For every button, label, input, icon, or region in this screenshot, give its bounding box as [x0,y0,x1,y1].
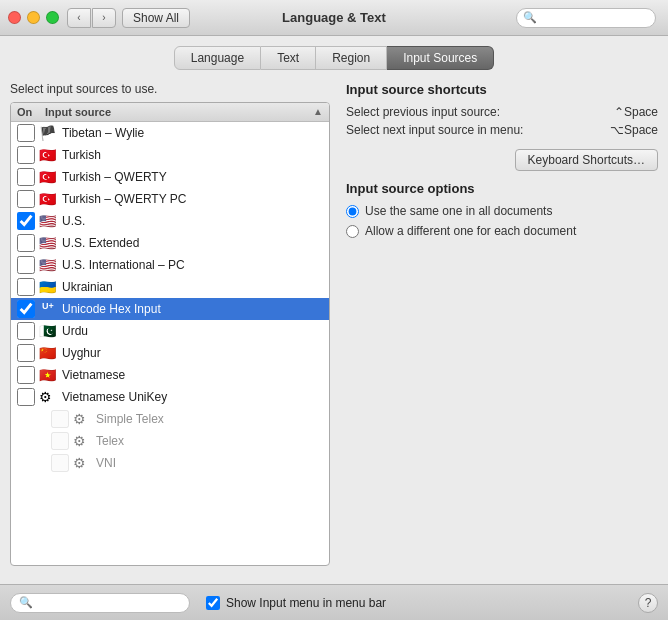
tab-text[interactable]: Text [261,46,316,70]
shortcut-row-prev: Select previous input source: ⌃Space [346,105,658,119]
list-item[interactable]: Turkish [11,144,329,166]
list-items: Tibetan – Wylie Turkish Turkish – [11,122,329,565]
item-checkbox-turkish-qwerty[interactable] [17,168,35,186]
item-label-uyghur: Uyghur [62,346,101,360]
item-label-viet-unikey: Vietnamese UniKey [62,390,167,404]
item-checkbox-us[interactable] [17,212,35,230]
header-source: Input source [45,106,313,118]
flag-ukrainian [39,280,57,294]
list-item[interactable]: U.S. International – PC [11,254,329,276]
item-label-vni: VNI [96,456,116,470]
list-item[interactable]: Telex [11,430,329,452]
right-panel: Input source shortcuts Select previous i… [346,82,658,566]
item-checkbox-ukrainian[interactable] [17,278,35,296]
search-bottom-icon: 🔍 [19,596,33,609]
show-all-button[interactable]: Show All [122,8,190,28]
shortcut-next-key: ⌥Space [610,123,658,137]
item-label-turkish-qwerty: Turkish – QWERTY [62,170,167,184]
radio-option-different[interactable]: Allow a different one for each document [346,224,658,238]
select-label: Select input sources to use. [10,82,330,96]
show-menu-checkbox[interactable] [206,596,220,610]
tab-input-sources[interactable]: Input Sources [387,46,494,70]
flag-turkish-qwerty [39,170,57,184]
item-checkbox-uyghur[interactable] [17,344,35,362]
show-menu-text: Show Input menu in menu bar [226,596,386,610]
list-item[interactable]: Vietnamese [11,364,329,386]
minimize-button[interactable] [27,11,40,24]
item-label-vietnamese: Vietnamese [62,368,125,382]
list-item[interactable]: Urdu [11,320,329,342]
shortcuts-section: Input source shortcuts Select previous i… [346,82,658,137]
list-header: On Input source ▲ [11,103,329,122]
search-input[interactable] [540,12,649,24]
flag-turkish-qwerty-pc [39,192,57,206]
shortcut-row-next: Select next input source in menu: ⌥Space [346,123,658,137]
search-box: 🔍 [516,8,656,28]
list-item[interactable]: VNI [11,452,329,474]
back-button[interactable]: ‹ [67,8,91,28]
main-content: Language Text Region Input Sources Selec… [0,36,668,620]
search-icon: 🔍 [523,11,537,24]
radio-different[interactable] [346,225,359,238]
item-checkbox-viet-unikey[interactable] [17,388,35,406]
list-item[interactable]: U.S. Extended [11,232,329,254]
search-bottom: 🔍 [10,593,190,613]
item-checkbox-telex[interactable] [51,432,69,450]
nav-arrows: ‹ › [67,8,116,28]
item-label-ukrainian: Ukrainian [62,280,113,294]
item-label-us: U.S. [62,214,85,228]
item-checkbox-turkish-qwerty-pc[interactable] [17,190,35,208]
forward-button[interactable]: › [92,8,116,28]
radio-different-label: Allow a different one for each document [365,224,576,238]
bottom-bar: 🔍 Show Input menu in menu bar ? [0,584,668,620]
tab-language[interactable]: Language [174,46,261,70]
list-item[interactable]: Tibetan – Wylie [11,122,329,144]
flag-uyghur [39,346,57,360]
flag-unicode-hex: U+ [39,302,57,316]
list-item[interactable]: U+ Unicode Hex Input [11,298,329,320]
flag-us [39,214,57,228]
content-area: Select input sources to use. On Input so… [10,82,658,566]
flag-viet-unikey [39,390,57,404]
show-menu-label[interactable]: Show Input menu in menu bar [206,596,386,610]
options-title: Input source options [346,181,658,196]
maximize-button[interactable] [46,11,59,24]
radio-option-same[interactable]: Use the same one in all documents [346,204,658,218]
shortcut-next-label: Select next input source in menu: [346,123,523,137]
list-item[interactable]: Simple Telex [11,408,329,430]
item-checkbox-simple-telex[interactable] [51,410,69,428]
list-item[interactable]: Vietnamese UniKey [11,386,329,408]
item-label-urdu: Urdu [62,324,88,338]
keyboard-shortcuts-button[interactable]: Keyboard Shortcuts… [515,149,658,171]
item-checkbox-unicode-hex[interactable] [17,300,35,318]
list-item[interactable]: U.S. [11,210,329,232]
traffic-lights [8,11,59,24]
item-checkbox-vni[interactable] [51,454,69,472]
item-checkbox-us-extended[interactable] [17,234,35,252]
tab-region[interactable]: Region [316,46,387,70]
item-checkbox-tibetan-wylie[interactable] [17,124,35,142]
item-checkbox-turkish[interactable] [17,146,35,164]
item-checkbox-us-intl[interactable] [17,256,35,274]
help-button[interactable]: ? [638,593,658,613]
list-item[interactable]: Uyghur [11,342,329,364]
item-label-telex: Telex [96,434,124,448]
radio-same[interactable] [346,205,359,218]
flag-simple-telex [73,412,91,426]
list-item[interactable]: Ukrainian [11,276,329,298]
flag-us-extended [39,236,57,250]
flag-turkish [39,148,57,162]
list-item[interactable]: Turkish – QWERTY PC [11,188,329,210]
left-panel: Select input sources to use. On Input so… [10,82,330,566]
close-button[interactable] [8,11,21,24]
item-label-unicode-hex: Unicode Hex Input [62,302,161,316]
item-checkbox-urdu[interactable] [17,322,35,340]
item-checkbox-vietnamese[interactable] [17,366,35,384]
sort-arrow: ▲ [313,106,323,118]
shortcut-prev-label: Select previous input source: [346,105,500,119]
search-bottom-input[interactable] [36,597,181,609]
shortcuts-title: Input source shortcuts [346,82,658,97]
titlebar: ‹ › Show All Language & Text 🔍 [0,0,668,36]
radio-same-label: Use the same one in all documents [365,204,552,218]
list-item[interactable]: Turkish – QWERTY [11,166,329,188]
